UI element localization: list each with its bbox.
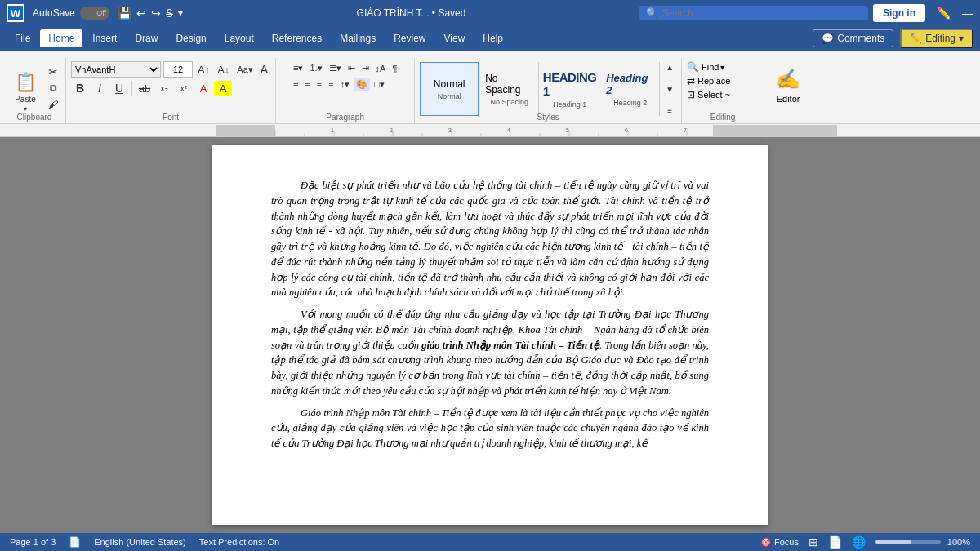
- editing-label: Editing: [710, 113, 736, 122]
- highlight-button[interactable]: A: [214, 81, 232, 96]
- search-input[interactable]: [662, 7, 842, 19]
- styles-more-button[interactable]: ≡: [663, 104, 676, 117]
- cut-button[interactable]: ✂: [46, 64, 60, 79]
- style-heading2[interactable]: Heading 2 Heading 2: [601, 62, 660, 116]
- subscript-button[interactable]: x₂: [155, 82, 173, 95]
- styles-scroll-down[interactable]: ▼: [663, 83, 676, 96]
- border-button[interactable]: □▾: [372, 78, 387, 91]
- find-icon: 🔍: [687, 61, 699, 73]
- menu-item-insert[interactable]: Insert: [84, 29, 125, 47]
- svg-rect-1: [713, 125, 837, 136]
- align-left-button[interactable]: ≡: [291, 78, 301, 91]
- styles-scroll-up[interactable]: ▲: [663, 61, 676, 73]
- zoom-slider[interactable]: [875, 540, 941, 544]
- find-dropdown[interactable]: ▾: [720, 63, 724, 72]
- word-logo: W: [7, 4, 24, 22]
- replace-icon: ⇄: [687, 75, 695, 87]
- paste-button[interactable]: 📋 Paste ▾: [8, 71, 42, 113]
- customize-icon[interactable]: ▾: [178, 7, 183, 19]
- menu-item-help[interactable]: Help: [474, 29, 511, 47]
- menu-item-review[interactable]: Review: [385, 29, 434, 47]
- increase-font-button[interactable]: A↑: [195, 62, 212, 78]
- menu-item-design[interactable]: Design: [167, 29, 214, 47]
- superscript-button[interactable]: x²: [175, 82, 193, 95]
- select-button[interactable]: Select ~: [697, 90, 730, 100]
- ruler: 1 2 3 4 5 6 7: [0, 124, 980, 137]
- font-size-input[interactable]: [163, 61, 193, 78]
- zoom-control[interactable]: 100%: [875, 537, 970, 547]
- italic-button[interactable]: I: [91, 80, 109, 96]
- editor-group: ✍️ Editor: [764, 58, 813, 123]
- multilevel-button[interactable]: ≣▾: [327, 61, 344, 75]
- menu-item-mailings[interactable]: Mailings: [332, 29, 384, 47]
- paragraph-3: Giáo trình Nhập môn Tài chính – Tiền tệ …: [271, 406, 709, 451]
- editor-icon: ✍️: [776, 68, 800, 91]
- autosave-label: AutoSave: [33, 7, 75, 19]
- menu-item-view[interactable]: View: [436, 29, 474, 47]
- style-no-spacing[interactable]: No Spacing No Spacing: [480, 62, 539, 116]
- menu-item-draw[interactable]: Draw: [127, 29, 166, 47]
- find-button[interactable]: Find ▾: [702, 62, 724, 72]
- svg-rect-0: [216, 125, 275, 136]
- dropdown-arrow: ▾: [959, 33, 964, 44]
- copy-button[interactable]: ⧉: [46, 81, 60, 96]
- autosave-toggle[interactable]: Off: [80, 7, 109, 20]
- show-marks-button[interactable]: ¶: [390, 62, 399, 75]
- redo-icon[interactable]: ↪: [151, 7, 161, 20]
- justify-button[interactable]: ≡: [326, 78, 336, 91]
- page-info: Page 1 of 3: [10, 537, 56, 547]
- shading-button[interactable]: 🎨: [354, 78, 370, 91]
- svg-text:2: 2: [390, 127, 393, 133]
- text-predictions[interactable]: Text Predictions: On: [199, 537, 279, 547]
- paragraph-group: ≡▾ 1.▾ ≣▾ ⇤ ⇥ ↕A ¶ ≡ ≡ ≡ ≡ ↕▾ 🎨 □▾ Parag…: [276, 58, 415, 123]
- bullets-button[interactable]: ≡▾: [291, 61, 305, 75]
- svg-text:7: 7: [684, 127, 687, 133]
- search-bar[interactable]: 🔍: [639, 6, 868, 20]
- underline-button[interactable]: U: [110, 80, 128, 96]
- style-normal[interactable]: Normal Normal: [420, 62, 479, 116]
- editor-button[interactable]: ✍️ Editor: [776, 61, 800, 110]
- menu-item-references[interactable]: References: [264, 29, 330, 47]
- minimize-button[interactable]: —: [962, 7, 973, 20]
- view-web-icon[interactable]: 🌐: [852, 535, 866, 549]
- line-spacing-button[interactable]: ↕▾: [338, 78, 353, 91]
- strikethrough-button[interactable]: ab: [136, 81, 154, 96]
- decrease-font-button[interactable]: A↓: [215, 62, 232, 78]
- menu-item-home[interactable]: Home: [40, 29, 82, 47]
- menu-item-layout[interactable]: Layout: [216, 29, 262, 47]
- font-color-button[interactable]: A: [194, 81, 212, 96]
- strikethrough-icon[interactable]: S̶: [166, 7, 173, 20]
- editing-mode-button[interactable]: ✏️ Editing ▾: [900, 29, 973, 48]
- bold-button[interactable]: B: [71, 80, 89, 96]
- document-page[interactable]: Đặc biệt sự phát triển như vũ bão của hệ…: [212, 145, 768, 525]
- undo-icon[interactable]: ↩: [136, 7, 146, 20]
- paragraph-label: Paragraph: [326, 113, 364, 122]
- select-row: ⊡ Select ~: [687, 89, 759, 100]
- replace-button[interactable]: Replace: [697, 76, 730, 86]
- align-center-button[interactable]: ≡: [302, 78, 312, 91]
- format-painter-button[interactable]: 🖌: [46, 97, 60, 112]
- signin-button[interactable]: Sign in: [873, 4, 925, 22]
- clipboard-group: 📋 Paste ▾ ✂ ⧉ 🖌 Clipboard: [3, 58, 66, 123]
- view-page-icon[interactable]: 📄: [828, 535, 842, 549]
- zoom-percent: 100%: [944, 537, 970, 547]
- comments-button[interactable]: 💬 Comments: [813, 29, 893, 47]
- save-icon[interactable]: 💾: [118, 7, 131, 20]
- word-count-icon[interactable]: 📄: [69, 536, 81, 548]
- style-heading1[interactable]: HEADING 1 Heading 1: [541, 62, 599, 116]
- language[interactable]: English (United States): [94, 537, 186, 547]
- focus-button[interactable]: 🎯 Focus: [760, 537, 799, 548]
- decrease-indent-button[interactable]: ⇤: [345, 61, 358, 75]
- document-area: Đặc biệt sự phát triển như vũ bão của hệ…: [0, 137, 980, 533]
- increase-indent-button[interactable]: ⇥: [359, 61, 372, 75]
- status-bar: Page 1 of 3 📄 English (United States) Te…: [0, 533, 980, 551]
- sort-button[interactable]: ↕A: [373, 62, 389, 75]
- font-color-highlight[interactable]: A: [258, 61, 270, 78]
- align-right-button[interactable]: ≡: [314, 78, 324, 91]
- customize-pen-icon[interactable]: ✏️: [937, 7, 951, 20]
- change-case-button[interactable]: Aa▾: [234, 63, 255, 77]
- font-selector[interactable]: VnAvantH: [71, 61, 161, 78]
- view-grid-icon[interactable]: ⊞: [808, 535, 818, 549]
- numbering-button[interactable]: 1.▾: [307, 61, 324, 75]
- menu-item-file[interactable]: File: [7, 29, 38, 47]
